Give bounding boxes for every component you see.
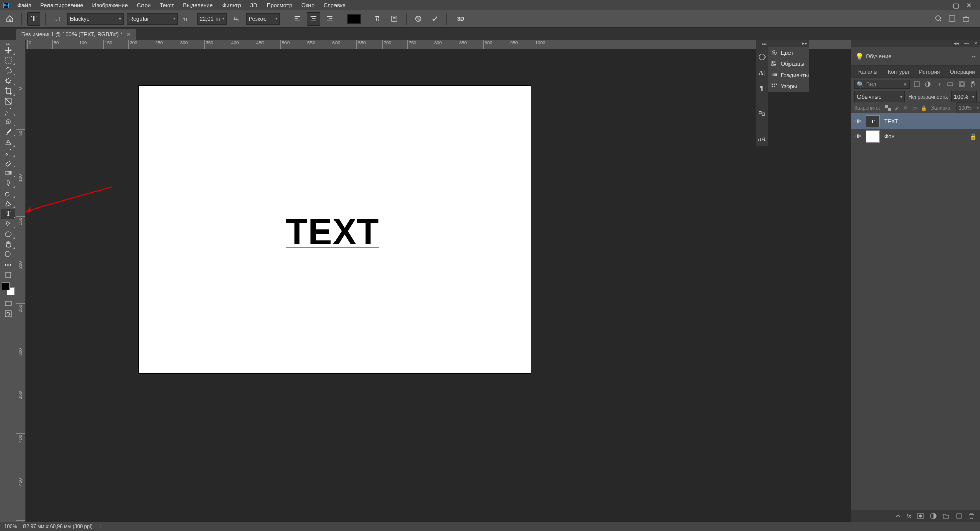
lock-trans-icon[interactable] <box>885 104 891 111</box>
fill-combo[interactable]: 100%▾ <box>956 102 980 113</box>
paragraph-panel-icon[interactable]: ¶ <box>757 83 767 93</box>
window-maximize-icon[interactable]: ▢ <box>953 2 959 9</box>
layer-kind-filter[interactable]: 🔍 Вид ▾ <box>854 80 910 89</box>
share-icon[interactable] <box>962 15 970 22</box>
color-swatches[interactable] <box>2 282 15 295</box>
menu-image[interactable]: Изображение <box>88 1 132 10</box>
doc-info[interactable]: 82,97 мм x 60,96 мм (300 ppi) <box>23 524 93 529</box>
gradient-tool[interactable] <box>1 168 15 178</box>
tab-history[interactable]: История <box>914 66 945 77</box>
visibility-icon[interactable]: 👁 <box>854 118 862 124</box>
window-minimize-icon[interactable]: — <box>939 2 946 9</box>
opacity-combo[interactable]: 100%▾ <box>951 91 977 102</box>
font-family-combo[interactable]: Blackye▾ <box>67 13 124 25</box>
menu-view[interactable]: Просмотр <box>262 1 297 10</box>
close-tab-icon[interactable]: ✕ <box>127 32 131 37</box>
font-style-combo[interactable]: Regular▾ <box>127 13 178 25</box>
lasso-tool[interactable] <box>1 65 15 76</box>
menu-layer[interactable]: Слои <box>132 1 155 10</box>
color-panel-tab[interactable]: Цвет <box>768 47 809 58</box>
quick-mask[interactable] <box>1 309 15 319</box>
info-panel-icon[interactable]: ⓘ <box>757 53 767 62</box>
canvas-text-layer[interactable]: TEXT <box>286 212 379 248</box>
eraser-tool[interactable] <box>1 157 15 168</box>
zoom-level[interactable]: 100% <box>4 524 17 529</box>
adjustment-icon[interactable] <box>930 513 937 519</box>
cancel-icon[interactable] <box>412 12 425 26</box>
tab-paths[interactable]: Контуры <box>882 66 914 77</box>
commit-icon[interactable] <box>428 12 441 26</box>
fx-icon[interactable]: fx <box>906 513 911 519</box>
foreground-color[interactable] <box>2 282 10 290</box>
learn-panel-tab[interactable]: 💡 Обучение ▸▸ <box>851 47 980 65</box>
menu-help[interactable]: Справка <box>319 1 350 10</box>
expand-icon[interactable]: ▸▸ <box>972 54 976 59</box>
active-tool-icon[interactable]: T <box>27 12 40 26</box>
crop-tool[interactable] <box>1 86 15 96</box>
layer-row-text[interactable]: 👁 T TEXT <box>851 113 980 129</box>
menu-text[interactable]: Текст <box>155 1 179 10</box>
document-tab[interactable]: Без имени-1 @ 100% (TEXT, RGB/8#) * ✕ <box>16 29 136 40</box>
marquee-tool[interactable] <box>1 55 15 65</box>
gradients-panel-tab[interactable]: Градиенты <box>768 70 809 81</box>
filter-pixel-icon[interactable] <box>913 80 921 88</box>
align-right-icon[interactable] <box>323 12 337 26</box>
patterns-panel-tab[interactable]: Узоры <box>768 81 809 92</box>
filter-shape-icon[interactable] <box>946 80 954 88</box>
libraries-panel-icon[interactable] <box>757 109 767 118</box>
hand-tool[interactable] <box>1 239 15 249</box>
window-close-icon[interactable]: ✕ <box>966 2 972 9</box>
align-center-icon[interactable] <box>307 12 320 26</box>
move-tool[interactable] <box>1 45 15 55</box>
filter-smart-icon[interactable] <box>958 80 966 88</box>
character-panel-icon[interactable] <box>388 12 401 26</box>
eyedropper-tool[interactable] <box>1 106 15 117</box>
align-left-icon[interactable] <box>291 12 304 26</box>
filter-toggle[interactable] <box>969 80 977 88</box>
edit-toolbar[interactable] <box>1 270 15 280</box>
screen-mode[interactable] <box>1 298 15 309</box>
panel-collapse-bar[interactable]: ◂◂—✕ <box>851 40 980 47</box>
home-icon[interactable] <box>3 12 16 26</box>
arrange-icon[interactable] <box>948 15 956 22</box>
menu-edit[interactable]: Редактирование <box>36 1 88 10</box>
trash-icon[interactable] <box>968 513 975 519</box>
tab-actions[interactable]: Операции <box>945 66 980 77</box>
3d-button[interactable]: 3D <box>452 12 469 26</box>
status-chevron-icon[interactable]: 〉 <box>99 523 104 530</box>
swatches-panel-tab[interactable]: Образцы <box>768 58 809 70</box>
warp-text-icon[interactable]: T <box>371 12 385 26</box>
group-icon[interactable] <box>943 513 949 519</box>
type-tool[interactable]: T <box>1 209 15 219</box>
path-select-tool[interactable] <box>1 219 15 229</box>
menu-select[interactable]: Выделение <box>179 1 218 10</box>
filter-type-icon[interactable]: T <box>935 80 943 88</box>
link-layers-icon[interactable]: ⚯ <box>896 513 900 519</box>
dodge-tool[interactable] <box>1 188 15 198</box>
blend-mode-combo[interactable]: Обычные▾ <box>854 91 905 102</box>
tab-channels[interactable]: Каналы <box>853 66 882 77</box>
antialias-combo[interactable]: Резкое▾ <box>246 13 280 25</box>
character-panel-icon2[interactable]: A| <box>757 68 767 77</box>
clone-stamp-tool[interactable] <box>1 137 15 147</box>
frame-tool[interactable] <box>1 96 15 106</box>
lock-pixels-icon[interactable]: 🖌 <box>895 104 900 111</box>
shape-tool[interactable] <box>1 229 15 239</box>
visibility-icon[interactable]: 👁 <box>854 133 862 140</box>
heal-tool[interactable] <box>1 117 15 127</box>
menu-file[interactable]: Файл <box>13 1 36 10</box>
menu-filter[interactable]: Фильтр <box>218 1 246 10</box>
quick-select-tool[interactable] <box>1 76 15 86</box>
search-icon[interactable] <box>935 15 942 22</box>
history-brush-tool[interactable] <box>1 147 15 157</box>
menu-3d[interactable]: 3D <box>246 1 262 10</box>
pen-tool[interactable] <box>1 198 15 209</box>
text-orientation-icon[interactable]: ↓T <box>51 12 64 26</box>
font-size-combo[interactable]: 22,01 пт▾ <box>197 13 227 25</box>
brush-tool[interactable] <box>1 127 15 137</box>
lock-position-icon[interactable]: ✥ <box>904 104 908 111</box>
lock-icon[interactable]: 🔒 <box>970 133 977 140</box>
lock-artboard-icon[interactable]: ▭ <box>912 104 917 111</box>
layer-row-bg[interactable]: 👁 Фон 🔒 <box>851 129 980 144</box>
canvas[interactable]: TEXT <box>139 86 531 373</box>
